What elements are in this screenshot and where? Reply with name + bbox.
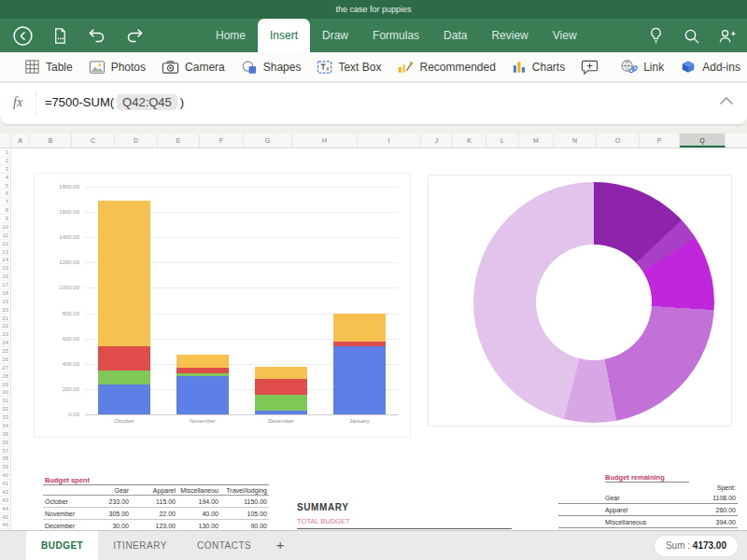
column-header-B[interactable]: B bbox=[30, 133, 72, 147]
budget-spent-value[interactable]: 194.00 bbox=[177, 496, 220, 508]
budget-remaining-row[interactable]: Apparel260.00 bbox=[558, 504, 738, 516]
column-header-I[interactable]: I bbox=[358, 133, 421, 147]
recommended-charts-button[interactable]: Recommended bbox=[397, 60, 495, 75]
tab-formulas[interactable]: Formulas bbox=[360, 19, 431, 52]
row-number-10[interactable]: 10 bbox=[0, 223, 10, 231]
budget-spent-value[interactable]: 115.00 bbox=[131, 496, 177, 508]
stacked-bar-chart[interactable]: OctoberNovemberDecemberJanuary 1800.0016… bbox=[34, 173, 411, 438]
row-number-34[interactable]: 34 bbox=[0, 422, 10, 430]
sheet-tab-contacts[interactable]: CONTACTS bbox=[182, 531, 266, 560]
row-number-28[interactable]: 28 bbox=[0, 372, 10, 381]
budget-spent-value[interactable]: 305.00 bbox=[86, 508, 131, 520]
row-number-46[interactable]: 46 bbox=[0, 521, 10, 529]
column-header-A[interactable]: A bbox=[11, 133, 30, 147]
search-icon[interactable] bbox=[680, 24, 702, 47]
budget-spent-value[interactable]: 90.00 bbox=[220, 520, 269, 530]
row-number-33[interactable]: 33 bbox=[0, 413, 10, 422]
column-header-M[interactable]: M bbox=[519, 133, 554, 147]
row-number-14[interactable]: 14 bbox=[0, 256, 10, 264]
back-icon[interactable] bbox=[11, 24, 34, 47]
tab-insert[interactable]: Insert bbox=[258, 19, 310, 52]
budget-remaining-row[interactable]: Miscellaneous394.00 bbox=[558, 516, 738, 528]
budget-remaining-row[interactable]: Gear1108.00 bbox=[558, 492, 738, 504]
budget-spent-value[interactable]: 22.00 bbox=[131, 508, 177, 520]
row-number-21[interactable]: 21 bbox=[0, 315, 10, 323]
budget-spent-month[interactable]: November bbox=[43, 508, 86, 520]
camera-button[interactable]: Camera bbox=[162, 60, 225, 75]
photos-button[interactable]: Photos bbox=[89, 60, 146, 75]
budget-spent-month[interactable]: October bbox=[43, 496, 86, 508]
column-header-J[interactable]: J bbox=[421, 133, 453, 147]
row-number-15[interactable]: 15 bbox=[0, 264, 10, 273]
row-number-37[interactable]: 37 bbox=[0, 447, 10, 455]
tab-review[interactable]: Review bbox=[479, 19, 540, 52]
row-number-23[interactable]: 23 bbox=[0, 330, 10, 339]
column-header-G[interactable]: G bbox=[244, 133, 292, 147]
row-number-44[interactable]: 44 bbox=[0, 505, 10, 513]
redo-icon[interactable] bbox=[123, 24, 146, 47]
column-header-F[interactable]: F bbox=[200, 133, 244, 147]
row-number-16[interactable]: 16 bbox=[0, 273, 10, 281]
budget-spent-value[interactable]: 233.00 bbox=[86, 496, 131, 508]
tab-home[interactable]: Home bbox=[204, 19, 258, 52]
row-number-40[interactable]: 40 bbox=[0, 471, 10, 480]
column-header-L[interactable]: L bbox=[486, 133, 519, 147]
sum-indicator[interactable]: Sum : 4173.00 bbox=[655, 536, 738, 556]
row-number-19[interactable]: 19 bbox=[0, 298, 10, 306]
summary-block[interactable]: SUMMARY TOTAL BUDGET bbox=[297, 502, 512, 529]
sheet-tab-budget[interactable]: BUDGET bbox=[26, 531, 98, 560]
tab-data[interactable]: Data bbox=[431, 19, 479, 52]
budget-spent-value[interactable]: 105.00 bbox=[220, 508, 269, 520]
row-number-43[interactable]: 43 bbox=[0, 497, 10, 505]
donut-chart-panel[interactable] bbox=[428, 175, 732, 427]
tab-draw[interactable]: Draw bbox=[310, 19, 360, 52]
add-sheet-button[interactable]: + bbox=[266, 531, 294, 560]
row-number-31[interactable]: 31 bbox=[0, 397, 10, 405]
row-number-35[interactable]: 35 bbox=[0, 430, 10, 439]
comment-button[interactable] bbox=[581, 59, 604, 75]
budget-spent-value[interactable]: 40.00 bbox=[177, 508, 220, 520]
formula-bar[interactable]: fx =7500-SUM( Q42:Q45 ) bbox=[0, 83, 747, 125]
row-number-41[interactable]: 41 bbox=[0, 480, 10, 488]
column-header-N[interactable]: N bbox=[554, 133, 597, 147]
table-button[interactable]: Table bbox=[24, 59, 73, 75]
column-header-Q[interactable]: Q bbox=[680, 133, 726, 147]
row-number-25[interactable]: 25 bbox=[0, 347, 10, 356]
bar-january[interactable] bbox=[333, 314, 386, 414]
budget-spent-value[interactable]: 130.00 bbox=[177, 520, 220, 530]
row-number-6[interactable]: 6 bbox=[0, 189, 10, 198]
select-all-corner[interactable] bbox=[0, 133, 11, 147]
row-number-26[interactable]: 26 bbox=[0, 356, 10, 364]
row-number-36[interactable]: 36 bbox=[0, 439, 10, 447]
row-number-2[interactable]: 2 bbox=[0, 157, 10, 165]
row-number-39[interactable]: 39 bbox=[0, 463, 10, 471]
lightbulb-icon[interactable] bbox=[644, 24, 667, 47]
bar-november[interactable] bbox=[176, 355, 229, 414]
sheet-tab-itinerary[interactable]: ITINERARY bbox=[98, 531, 182, 560]
charts-button[interactable]: Charts bbox=[512, 60, 565, 75]
column-header-K[interactable]: K bbox=[453, 133, 486, 147]
textbox-button[interactable]: Text Box bbox=[317, 60, 381, 75]
addins-button[interactable]: Add-ins bbox=[680, 60, 740, 75]
budget-remaining-table[interactable]: Budget remaining Spent: Gear1108.00Appar… bbox=[558, 473, 738, 528]
row-number-22[interactable]: 22 bbox=[0, 322, 10, 330]
bar-december[interactable] bbox=[255, 367, 307, 414]
column-header-H[interactable]: H bbox=[292, 133, 358, 147]
add-people-icon[interactable] bbox=[715, 24, 738, 47]
row-number-29[interactable]: 29 bbox=[0, 381, 10, 389]
budget-spent-value[interactable]: 1150.00 bbox=[220, 496, 269, 508]
budget-spent-month[interactable]: December bbox=[43, 520, 86, 530]
formula-range-pill[interactable]: Q42:Q45 bbox=[117, 94, 177, 110]
chevron-up-icon[interactable] bbox=[719, 96, 734, 105]
shapes-button[interactable]: Shapes bbox=[241, 60, 302, 75]
row-number-13[interactable]: 13 bbox=[0, 248, 10, 257]
row-number-42[interactable]: 42 bbox=[0, 488, 10, 497]
tab-view[interactable]: View bbox=[541, 19, 589, 52]
row-number-1[interactable]: 1 bbox=[0, 148, 10, 157]
formula-input[interactable]: =7500-SUM( Q42:Q45 ) bbox=[45, 94, 184, 110]
new-document-icon[interactable] bbox=[49, 24, 71, 47]
column-header-C[interactable]: C bbox=[72, 133, 115, 147]
row-number-8[interactable]: 8 bbox=[0, 206, 10, 215]
row-number-38[interactable]: 38 bbox=[0, 455, 10, 463]
column-header-P[interactable]: P bbox=[640, 133, 680, 147]
